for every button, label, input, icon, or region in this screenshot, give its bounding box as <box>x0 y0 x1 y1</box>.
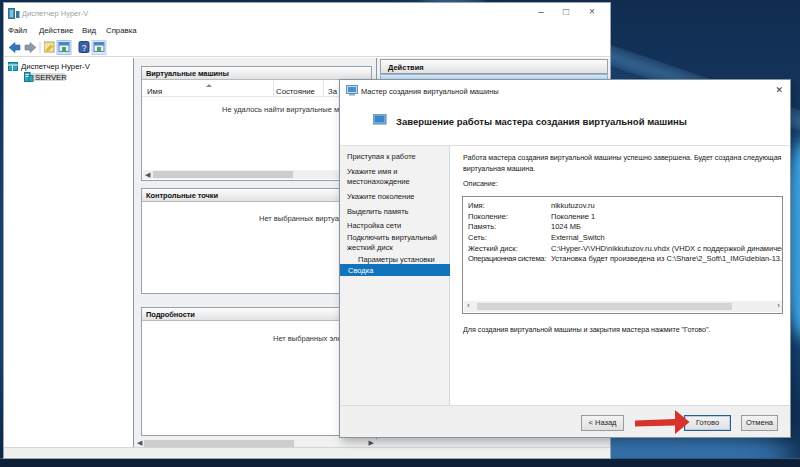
svg-text:?: ? <box>82 43 87 53</box>
